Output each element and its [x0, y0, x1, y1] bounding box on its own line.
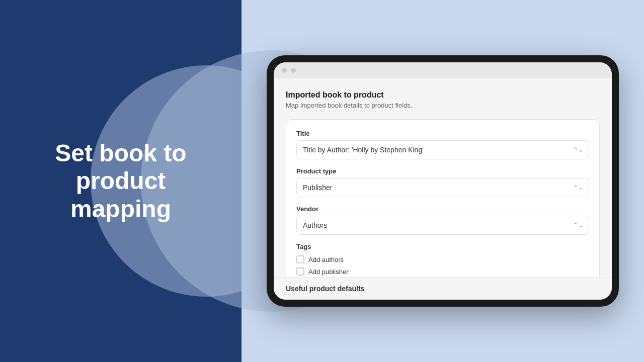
top-bar-dot [282, 68, 287, 73]
section-footer: Useful product defaults [274, 277, 612, 300]
right-panel: Imported book to product Map imported bo… [242, 0, 644, 362]
tablet-screen: Imported book to product Map imported bo… [274, 62, 612, 300]
checkbox-add-authors: Add authors [296, 255, 589, 263]
form-card: Title Title by Author: 'Holly by Stephen… [286, 119, 600, 277]
title-select-wrapper: Title by Author: 'Holly by Stephen King'… [296, 140, 589, 159]
top-bar-dot-2 [291, 68, 296, 73]
top-bar [274, 62, 612, 78]
vendor-select[interactable]: Authors [296, 216, 589, 235]
left-panel: Set book to product mapping [0, 0, 242, 362]
product-type-select[interactable]: Publisher [296, 178, 589, 197]
add-authors-label: Add authors [308, 256, 344, 263]
add-publisher-checkbox[interactable] [296, 267, 304, 276]
title-select[interactable]: Title by Author: 'Holly by Stephen King' [296, 140, 589, 159]
footer-title: Useful product defaults [286, 285, 600, 293]
checkbox-add-publisher: Add publisher [296, 267, 589, 276]
product-type-select-wrapper: Publisher ⌃⌄ [296, 178, 589, 197]
tags-label: Tags [296, 243, 589, 250]
form-container: Imported book to product Map imported bo… [274, 78, 612, 277]
vendor-field-group: Vendor Authors ⌃⌄ [296, 205, 589, 235]
title-field-group: Title Title by Author: 'Holly by Stephen… [296, 130, 589, 159]
product-type-label: Product type [296, 167, 589, 175]
add-authors-checkbox[interactable] [296, 255, 304, 263]
tablet-frame: Imported book to product Map imported bo… [267, 55, 619, 307]
vendor-select-wrapper: Authors ⌃⌄ [296, 216, 589, 235]
product-type-field-group: Product type Publisher ⌃⌄ [296, 167, 589, 197]
form-title: Imported book to product [286, 90, 600, 100]
add-publisher-label: Add publisher [308, 268, 349, 276]
tags-field-group: Tags Add authors Add publisher Add categ… [296, 243, 589, 277]
hero-heading: Set book to product mapping [25, 139, 216, 223]
form-subtitle: Map imported book details to product fie… [286, 102, 600, 109]
vendor-label: Vendor [296, 205, 589, 213]
title-label: Title [296, 130, 589, 137]
